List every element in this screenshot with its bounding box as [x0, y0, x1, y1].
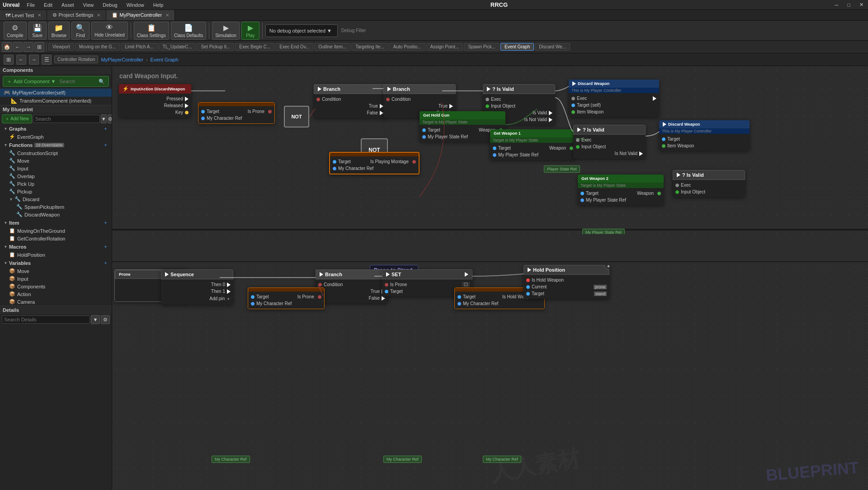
branch3-node[interactable]: Branch Condition True False	[316, 269, 388, 303]
macros-header-item[interactable]: ▼ Macros ＋	[0, 242, 112, 251]
bp-tab-eventgraph[interactable]: Event Graph	[500, 43, 534, 51]
weapon-gw2-pin[interactable]	[657, 192, 661, 195]
target-set-pin[interactable]	[385, 290, 388, 293]
pressed-exec-pin[interactable]	[185, 97, 189, 101]
exec-out-dw1-pin[interactable]	[653, 96, 656, 101]
is-prone2-pin[interactable]	[318, 295, 321, 299]
is-not-valid-iv1-pin[interactable]	[549, 118, 552, 122]
set-exec-out[interactable]	[465, 272, 468, 277]
item-header-item[interactable]: ▼ Item ＋	[0, 218, 112, 227]
weapon-gw1-pin[interactable]	[570, 146, 573, 150]
filter-icon-btn[interactable]: ▼	[101, 114, 107, 123]
browse-button[interactable]: 📁 Browse	[48, 22, 70, 40]
item-dw2-pin[interactable]	[662, 144, 665, 148]
hold-position-macro-item[interactable]: 📋 HoldPosition	[0, 251, 112, 259]
class-settings-button[interactable]: 📋 Class Settings	[134, 22, 169, 40]
get-controller-rotation-item[interactable]: 📋 GetControllerRotation	[0, 235, 112, 242]
bp-tab-limit[interactable]: Limit Pitch A...	[121, 43, 157, 51]
back-btn[interactable]: ←	[13, 42, 23, 52]
details-settings-btn[interactable]: ⚙	[101, 315, 110, 324]
components-var-item[interactable]: 📦 Components	[0, 283, 112, 290]
bp-tab-assign[interactable]: Assign Point...	[426, 43, 463, 51]
false3-pin[interactable]	[382, 296, 385, 301]
construction-script-item[interactable]: 🔧 ConstructionScript	[0, 149, 112, 157]
tab-close-icon[interactable]: ✕	[165, 13, 169, 18]
bp-tab-targeting[interactable]: Targeting Ite...	[351, 43, 388, 51]
bp-tab-moving[interactable]: Moving on the G...	[75, 43, 120, 51]
then0-pin[interactable]	[227, 283, 231, 287]
bp-tab-execend[interactable]: Exec End Ov...	[275, 43, 313, 51]
action-var-item[interactable]: 📦 Action	[0, 290, 112, 298]
pickup2-func-item[interactable]: 🔧 Pickup	[0, 188, 112, 195]
details-filter-btn[interactable]: ▼	[91, 315, 100, 324]
sequence-node[interactable]: Sequence Then 0 Then 1 Add pin ＋	[161, 269, 233, 305]
input-action-node[interactable]: ⚡ InputAction DiscardWeapon Pressed Rele…	[119, 84, 191, 118]
bp-tab-viewport[interactable]: Viewport	[48, 43, 74, 51]
discard-func-item[interactable]: ▼ 🔧 Discard	[0, 195, 112, 203]
target-gw2-pin[interactable]	[580, 192, 584, 195]
functions-add-btn[interactable]: ＋	[103, 141, 108, 148]
tab-project-settings[interactable]: ⚙ Project Settings ✕	[47, 10, 106, 20]
true2-pin[interactable]	[449, 104, 453, 108]
input-obj-iv1-pin[interactable]	[486, 104, 489, 108]
target-playing-montage-node[interactable]: Target Is Playing Montage My Character R…	[329, 152, 420, 174]
list-nav-btn[interactable]: ☰	[42, 55, 52, 65]
target-dw1-pin[interactable]	[571, 104, 575, 107]
components-header[interactable]: Components	[0, 66, 112, 74]
target-hp-pin[interactable]	[526, 292, 530, 296]
input-var-item[interactable]: 📦 Input	[0, 275, 112, 283]
is-not-valid-iv2-pin[interactable]	[639, 151, 643, 156]
player-state-gw2-pin[interactable]	[580, 198, 584, 202]
bp-tab-setpickup[interactable]: Set Pickup It...	[197, 43, 234, 51]
condition-pin[interactable]	[316, 98, 320, 101]
get-weapon1-node[interactable]: Get Weapon 1 Target is My Player State T…	[490, 129, 576, 160]
condition2-pin[interactable]	[386, 98, 390, 101]
is-valid3-node[interactable]: ? Is Valid Exec Input Object	[673, 170, 745, 197]
menu-help[interactable]: Help	[151, 2, 165, 8]
class-defaults-button[interactable]: 📄 Class Defaults	[171, 22, 206, 40]
window-maximize[interactable]: □	[845, 2, 852, 8]
menu-debug[interactable]: Debug	[101, 2, 119, 8]
back-nav-btn[interactable]: ←	[16, 55, 26, 65]
menu-edit[interactable]: Edit	[42, 2, 54, 8]
exec-iv3-pin[interactable]	[675, 184, 679, 187]
discard-weapon1-node[interactable]: Discard Weapon This is My Player Control…	[569, 80, 659, 117]
breadcrumb-controller[interactable]: MyPlayerController	[101, 57, 143, 62]
bp-tab-execbegin[interactable]: Exec Begin C...	[235, 43, 274, 51]
blueprint-search[interactable]	[33, 115, 100, 123]
released-exec-pin[interactable]	[185, 104, 189, 108]
camera-var-item[interactable]: 📦 Camera	[0, 298, 112, 306]
event-graph-item[interactable]: ⚡ EventGraph	[0, 133, 112, 141]
settings-icon-btn[interactable]: ⚙	[108, 114, 112, 123]
pickup-func-item[interactable]: 🔧 Pick Up	[0, 180, 112, 188]
graphs-add-btn[interactable]: ＋	[103, 125, 108, 132]
is-playing-pin[interactable]	[412, 160, 416, 164]
viewport-nav-btn[interactable]: 🏠	[2, 42, 12, 52]
move-var-item[interactable]: 📦 Move	[0, 267, 112, 275]
get-weapon2-node[interactable]: Get Weapon 2 Target is My Player State T…	[578, 174, 664, 205]
not-node-1[interactable]: NOT	[284, 106, 309, 127]
variables-header-item[interactable]: ▼ Variables ＋	[0, 259, 112, 267]
bp-tab-tl[interactable]: TL_UpdateC...	[159, 43, 196, 51]
pin-add-pin[interactable]: Add pin ＋	[161, 295, 233, 303]
graphs-header-item[interactable]: ▼ Graphs ＋	[0, 124, 112, 133]
bp-tab-auto[interactable]: Auto Positio...	[389, 43, 425, 51]
bp-tab-discard[interactable]: Discard We...	[535, 43, 570, 51]
tab-close-icon[interactable]: ✕	[38, 13, 41, 18]
moving-on-ground-item[interactable]: 📋 MovingOnTheGround	[0, 227, 112, 235]
forward-btn[interactable]: →	[24, 42, 33, 52]
target-play-pin[interactable]	[333, 160, 336, 164]
breadcrumb-graph[interactable]: Event Graph	[151, 57, 179, 62]
component-search[interactable]	[57, 78, 97, 85]
debug-filter-dropdown[interactable]: No debug object selected ▼	[265, 24, 338, 37]
is-prone-pin[interactable]	[268, 110, 272, 113]
bp-tab-spawn[interactable]: Spawn Pick...	[464, 43, 500, 51]
menu-file[interactable]: File	[25, 2, 37, 8]
target-gw1-pin[interactable]	[493, 146, 496, 150]
discard-weapon2-node[interactable]: Discard Weapon This is My Player Control…	[659, 120, 750, 151]
is-valid-iv1-pin[interactable]	[549, 111, 552, 115]
item-add-btn[interactable]: ＋	[103, 219, 108, 226]
exec-dw1-pin[interactable]	[571, 97, 575, 100]
save-button[interactable]: 💾 Save	[28, 22, 47, 40]
condition3-pin[interactable]	[318, 283, 322, 287]
